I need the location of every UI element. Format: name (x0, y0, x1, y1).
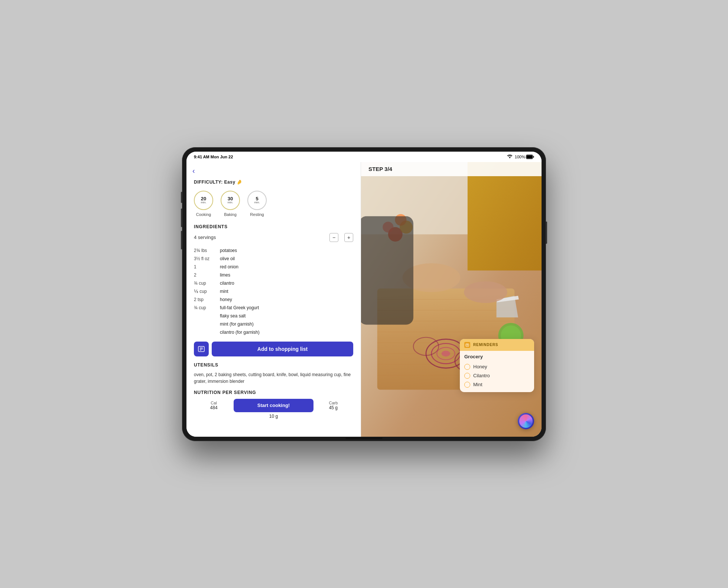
timings-row: 20 min. Cooking 30 min. Baking (194, 191, 353, 217)
start-cooking-button[interactable]: Start cooking! (234, 399, 313, 412)
baking-time: 30 min. Baking (221, 191, 240, 217)
servings-controls: − + (329, 233, 353, 242)
difficulty-row: DIFFICULTY: Easy 🤌 (194, 180, 353, 185)
list-item: mint (for garnish) (194, 320, 353, 328)
back-button[interactable]: ‹ (192, 165, 195, 177)
reminder-checkbox[interactable] (464, 373, 470, 379)
siri-button[interactable] (518, 413, 534, 429)
ipad-frame: 9:41 AM Mon Jun 22 100% (182, 147, 546, 441)
list-item: Mint (464, 380, 530, 389)
svg-rect-37 (361, 216, 413, 324)
reminders-header: REMINDERS (460, 339, 534, 351)
step-header: STEP 3/4 (361, 162, 542, 176)
reminders-popup: REMINDERS Grocery Honey Cilantro (460, 339, 534, 392)
cooking-image (361, 162, 542, 437)
nutrition-grid: Cal 484 Start cooking! Carb 45 g (194, 399, 353, 412)
nav-bar: ‹ (186, 162, 361, 180)
list-item: cilantro (for garnish) (194, 328, 353, 336)
utensils-title: UTENSILS (194, 362, 353, 368)
ingredients-list: 2¾ lbs potatoes 3½ fl oz olive oil 1 red… (194, 246, 353, 336)
utensils-text: oven, pot, 2 baking sheets, cutting boar… (194, 371, 353, 385)
cooking-scene: REMINDERS Grocery Honey Cilantro (361, 162, 542, 437)
step-label: STEP 3/4 (368, 166, 392, 172)
list-item: Cilantro (464, 371, 530, 380)
svg-rect-8 (468, 162, 542, 271)
add-to-list-row: Add to shopping list (194, 342, 353, 356)
list-item: 1 red onion (194, 263, 353, 271)
reminder-checkbox[interactable] (464, 382, 470, 388)
decrease-servings-button[interactable]: − (329, 233, 338, 242)
ingredients-title: INGREDIENTS (194, 224, 353, 229)
list-item: flaky sea salt (194, 312, 353, 320)
list-item: 3½ fl oz olive oil (194, 255, 353, 263)
status-bar: 9:41 AM Mon Jun 22 100% (186, 152, 542, 162)
increase-servings-button[interactable]: + (344, 233, 353, 242)
left-panel: ‹ DIFFICULTY: Easy 🤌 20 (186, 162, 361, 437)
add-to-shopping-list-button[interactable]: Add to shopping list (212, 342, 353, 356)
battery-indicator: 100% (515, 155, 534, 159)
list-item: ¾ cup full-fat Greek yogurt (194, 304, 353, 312)
svg-rect-2 (533, 156, 534, 158)
shopping-list-icon (198, 345, 205, 353)
reminders-icon (464, 342, 470, 348)
reminders-body: Grocery Honey Cilantro Min (460, 351, 534, 392)
utensils-section: UTENSILS oven, pot, 2 baking sheets, cut… (194, 362, 353, 385)
list-item: 2¾ lbs potatoes (194, 246, 353, 255)
wifi-icon (507, 154, 513, 159)
svg-point-22 (442, 350, 450, 356)
cal-col: Cal 484 (194, 401, 234, 410)
list-item: 2 limes (194, 271, 353, 279)
status-right: 100% (507, 154, 534, 159)
list-item: ¾ cup cilantro (194, 279, 353, 287)
list-item: 2 tsp honey (194, 295, 353, 304)
reminder-checkbox[interactable] (464, 364, 470, 370)
fat-value: 10 g (269, 414, 278, 419)
siri-orb (519, 414, 533, 428)
app-content: ‹ DIFFICULTY: Easy 🤌 20 (186, 162, 542, 437)
cooking-time: 20 min. Cooking (194, 191, 213, 217)
resting-time: 5 min. Resting (247, 191, 267, 217)
device-screen: 9:41 AM Mon Jun 22 100% (186, 152, 542, 437)
list-item: Honey (464, 362, 530, 371)
nutrition-title: NUTRITION PER SERVING (194, 390, 353, 395)
right-panel: STEP 3/4 (361, 162, 542, 437)
svg-point-36 (464, 281, 507, 303)
nutrition-section: NUTRITION PER SERVING Cal 484 Start cook… (194, 390, 353, 425)
shopping-list-icon-button[interactable] (194, 342, 209, 356)
svg-rect-1 (527, 155, 533, 158)
list-item: ⅓ cup mint (194, 287, 353, 295)
servings-row: 4 servings − + (194, 233, 353, 242)
status-time: 9:41 AM Mon Jun 22 (194, 155, 233, 159)
carb-col: Carb 45 g (313, 401, 353, 410)
